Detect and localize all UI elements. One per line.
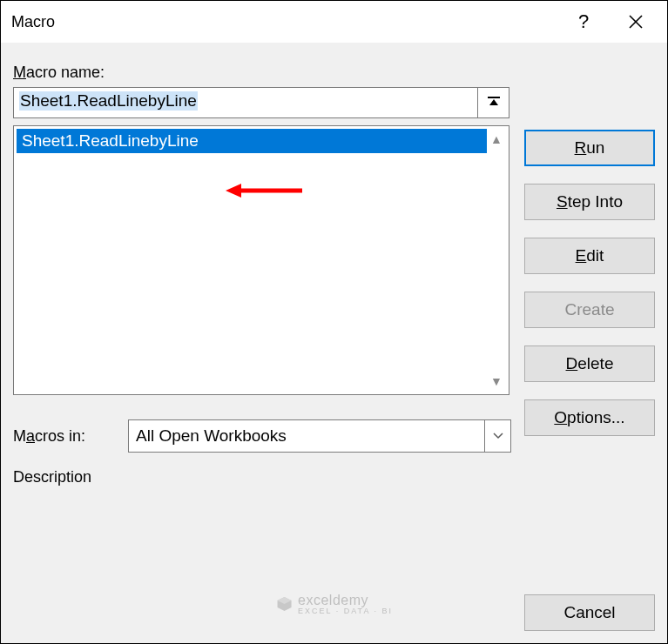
step-into-button[interactable]: Step Into <box>524 184 655 220</box>
macro-name-input[interactable]: Sheet1.ReadLinebyLine <box>13 87 478 118</box>
delete-button[interactable]: Delete <box>524 345 655 382</box>
help-button[interactable]: ? <box>557 1 610 43</box>
macro-list-inner: Sheet1.ReadLinebyLine <box>17 129 487 392</box>
macro-listbox[interactable]: Sheet1.ReadLinebyLine ▲ ▼ <box>13 125 509 395</box>
dialog-title: Macro <box>11 13 557 31</box>
macros-in-label: Macros in: <box>13 427 116 446</box>
cancel-button[interactable]: Cancel <box>524 594 655 631</box>
watermark-tagline: EXCEL · DATA · BI <box>298 607 393 615</box>
titlebar: Macro ? <box>1 1 667 43</box>
cancel-area: Cancel <box>524 594 655 631</box>
scroll-up-icon: ▲ <box>490 129 503 150</box>
macros-in-select[interactable]: All Open Workbooks <box>128 419 511 453</box>
macro-dialog: Macro ? Macro name: Sheet1.ReadLinebyLin… <box>0 0 668 644</box>
watermark: exceldemy EXCEL · DATA · BI <box>275 593 393 615</box>
macro-name-value: Sheet1.ReadLinebyLine <box>19 91 198 111</box>
scroll-down-icon: ▼ <box>490 371 503 392</box>
description-label: Description <box>13 468 655 486</box>
dialog-content: Macro name: Sheet1.ReadLinebyLine Sheet1… <box>1 43 667 643</box>
collapse-dialog-button[interactable] <box>478 87 509 118</box>
macro-name-label: Macro name: <box>13 64 655 82</box>
create-button: Create <box>524 292 655 328</box>
watermark-brand: exceldemy <box>298 593 368 607</box>
edit-button[interactable]: Edit <box>524 238 655 274</box>
close-button[interactable] <box>610 1 662 43</box>
watermark-icon <box>275 595 293 613</box>
close-icon <box>629 15 643 29</box>
scrollbar[interactable]: ▲ ▼ <box>487 129 506 392</box>
arrow-up-icon <box>486 95 502 111</box>
svg-rect-2 <box>488 97 500 98</box>
button-column: Run Step Into Edit Create Delete Options… <box>524 130 655 436</box>
chevron-down-icon <box>484 420 510 452</box>
list-item[interactable]: Sheet1.ReadLinebyLine <box>17 129 487 153</box>
macros-in-value: All Open Workbooks <box>136 426 287 446</box>
macro-name-row: Sheet1.ReadLinebyLine <box>13 87 509 118</box>
run-button[interactable]: Run <box>524 130 655 166</box>
options-button[interactable]: Options... <box>524 399 655 436</box>
